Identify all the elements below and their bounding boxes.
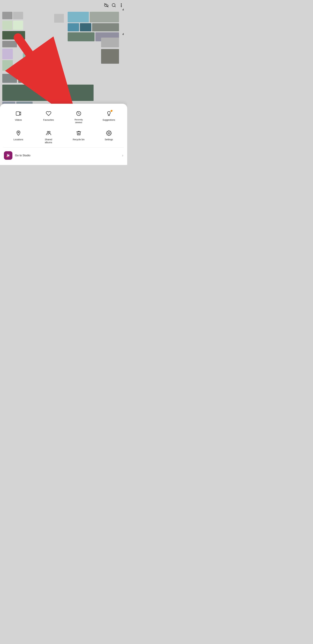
- bg-tile: [68, 12, 89, 22]
- svg-point-5: [121, 6, 122, 7]
- menu-item-shared-albums[interactable]: Sharedalbums: [41, 128, 56, 145]
- svg-point-15: [6, 156, 8, 158]
- bg-tile: [101, 38, 119, 47]
- studio-label: Go to Studio: [15, 154, 120, 157]
- bottom-sheet: Videos Favourites Recentlydeleted: [0, 104, 127, 165]
- menu-item-suggestions[interactable]: Suggestions: [102, 108, 116, 123]
- menu-item-locations[interactable]: Locations: [11, 128, 26, 142]
- bg-tile: [2, 60, 13, 71]
- favourites-label: Favourites: [43, 118, 54, 121]
- locations-label: Locations: [13, 138, 23, 141]
- map-pin-icon: [15, 130, 22, 137]
- svg-line-2: [115, 6, 115, 7]
- svg-point-3: [121, 4, 122, 4]
- bg-tile: [2, 84, 94, 101]
- settings-label: Settings: [105, 138, 113, 141]
- studio-row[interactable]: Go to Studio ›: [3, 150, 124, 161]
- divider: [3, 148, 124, 148]
- bg-tile: [80, 23, 91, 31]
- video-icon: [15, 110, 22, 117]
- bg-tile: [40, 53, 56, 66]
- people-icon: [45, 130, 52, 137]
- shared-albums-label: Sharedalbums: [45, 138, 52, 144]
- gear-icon: [105, 130, 113, 137]
- bg-tile: [18, 74, 29, 83]
- cloud-off-icon[interactable]: [104, 3, 109, 9]
- date-label: d: [122, 33, 124, 36]
- bg-tile: [2, 20, 12, 30]
- bg-tile: [90, 12, 119, 22]
- studio-icon: [4, 151, 12, 160]
- search-icon[interactable]: [112, 3, 116, 9]
- bg-tile: [2, 74, 17, 83]
- more-vertical-icon[interactable]: [119, 3, 124, 9]
- recycle-bin-label: Recycle bin: [73, 138, 84, 141]
- chevron-right-icon: ›: [122, 153, 123, 158]
- recently-deleted-label: Recentlydeleted: [74, 118, 83, 124]
- bg-tile: [68, 23, 79, 31]
- bg-tile: [2, 31, 25, 40]
- svg-point-4: [121, 5, 122, 6]
- top-bar: [0, 0, 127, 10]
- bg-tile: [54, 14, 64, 23]
- bg-tile: [2, 49, 13, 59]
- heart-icon: [45, 110, 52, 117]
- svg-point-12: [49, 131, 50, 132]
- menu-item-videos[interactable]: Videos: [11, 108, 26, 123]
- svg-rect-8: [16, 112, 19, 116]
- menu-item-settings[interactable]: Settings: [102, 128, 116, 142]
- bg-tile: [13, 12, 23, 19]
- clock-icon: [75, 110, 82, 117]
- menu-item-recently-deleted[interactable]: Recentlydeleted: [71, 108, 86, 125]
- bg-tile: [68, 32, 95, 41]
- menu-row-2: Locations Sharedalbums: [3, 128, 124, 145]
- bg-tile: [101, 49, 119, 64]
- lightbulb-icon: [105, 110, 113, 117]
- bg-tile: [23, 53, 39, 66]
- bg-tile: [2, 41, 17, 47]
- videos-label: Videos: [15, 118, 22, 121]
- bg-tile: [92, 23, 119, 31]
- bg-tile: [13, 20, 23, 30]
- svg-point-13: [108, 132, 110, 134]
- svg-point-11: [47, 131, 49, 132]
- svg-point-10: [18, 132, 19, 133]
- trash-icon: [75, 130, 82, 137]
- bg-tile: [2, 12, 12, 19]
- menu-item-favourites[interactable]: Favourites: [41, 108, 56, 123]
- suggestions-label: Suggestions: [103, 118, 115, 121]
- menu-item-recycle-bin[interactable]: Recycle bin: [71, 128, 86, 142]
- menu-row-1: Videos Favourites Recentlydeleted: [3, 108, 124, 125]
